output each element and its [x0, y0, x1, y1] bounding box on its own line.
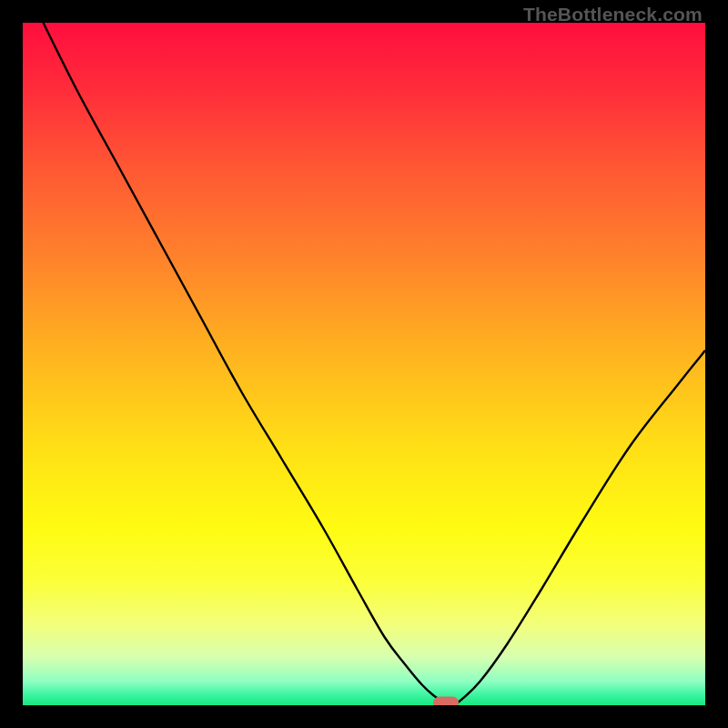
bottleneck-curve — [44, 23, 706, 704]
chart-svg — [23, 23, 705, 705]
watermark-text: TheBottleneck.com — [523, 4, 703, 25]
plot-area — [23, 23, 705, 705]
chart-frame: TheBottleneck.com — [0, 0, 728, 728]
optimal-marker — [434, 697, 459, 705]
